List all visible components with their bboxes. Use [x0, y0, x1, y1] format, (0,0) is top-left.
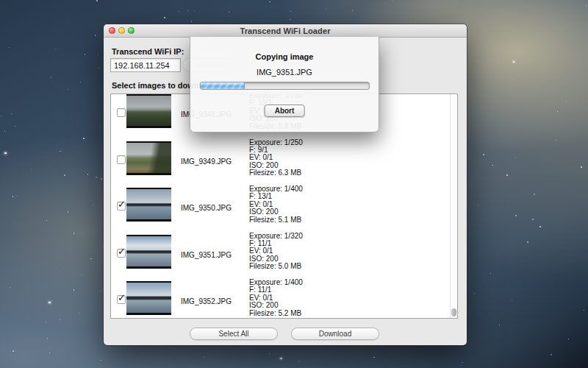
image-exif-info: Exposure: 1/250 F: 9/1 EV: 0/1 ISO: 200 …	[249, 139, 303, 177]
image-thumbnail	[126, 281, 171, 315]
scrollbar-thumb[interactable]	[451, 308, 456, 316]
copying-image-label: Copying image	[190, 52, 379, 61]
image-exif-info: Exposure: 1/320 F: 11/1 EV: 0/1 ISO: 200…	[249, 233, 303, 271]
image-row: ✓ IMG_9351.JPG Exposure: 1/320 F: 11/1 E…	[111, 229, 450, 276]
image-checkbox[interactable]: ✓	[117, 202, 126, 210]
image-filename: IMG_9350.JPG	[181, 204, 232, 212]
checkmark-icon: ✓	[118, 246, 126, 257]
select-all-button[interactable]: Select All	[190, 328, 278, 340]
progress-fill	[201, 82, 245, 89]
image-filename: IMG_9349.JPG	[181, 158, 232, 166]
wifi-ip-label: Transcend WiFi IP:	[112, 47, 184, 56]
image-checkbox[interactable]: ✓	[117, 249, 126, 258]
scrollbar-track[interactable]	[450, 94, 457, 318]
image-thumbnail	[126, 188, 171, 222]
image-filename: IMG_9351.JPG	[181, 251, 232, 259]
checkmark-icon: ✓	[118, 292, 126, 303]
checkmark-icon: ✓	[118, 199, 126, 210]
image-checkbox[interactable]: ✓	[117, 295, 126, 304]
progress-bar	[200, 82, 370, 90]
copy-progress-sheet: Copying image IMG_9351.JPG Abort	[190, 37, 379, 132]
image-thumbnail	[126, 94, 171, 128]
desktop-wallpaper: Transcend WiFi Loader Transcend WiFi IP:…	[0, 0, 588, 368]
wifi-ip-input[interactable]	[110, 58, 181, 72]
image-thumbnail	[126, 235, 171, 269]
image-checkbox[interactable]	[117, 108, 126, 117]
image-checkbox[interactable]	[117, 155, 126, 164]
image-exif-info: Exposure: 1/400 F: 13/1 EV: 0/1 ISO: 200…	[249, 185, 303, 224]
copying-filename: IMG_9351.JPG	[190, 68, 379, 77]
image-row: IMG_9349.JPG Exposure: 1/250 F: 9/1 EV: …	[111, 135, 450, 183]
download-button[interactable]: Download	[291, 328, 379, 340]
image-exif-info: Exposure: 1/400 F: 11/1 EV: 0/1 ISO: 200…	[249, 279, 303, 317]
title-bar[interactable]: Transcend WiFi Loader	[104, 24, 467, 38]
abort-button[interactable]: Abort	[265, 105, 305, 117]
image-filename: IMG_9352.JPG	[181, 297, 232, 305]
image-thumbnail	[126, 141, 171, 175]
image-row: ✓ IMG_9350.JPG Exposure: 1/400 F: 13/1 E…	[111, 182, 450, 229]
image-row: ✓ IMG_9352.JPG Exposure: 1/400 F: 11/1 E…	[111, 275, 450, 319]
app-window: Transcend WiFi Loader Transcend WiFi IP:…	[104, 24, 467, 345]
window-title: Transcend WiFi Loader	[104, 26, 467, 35]
